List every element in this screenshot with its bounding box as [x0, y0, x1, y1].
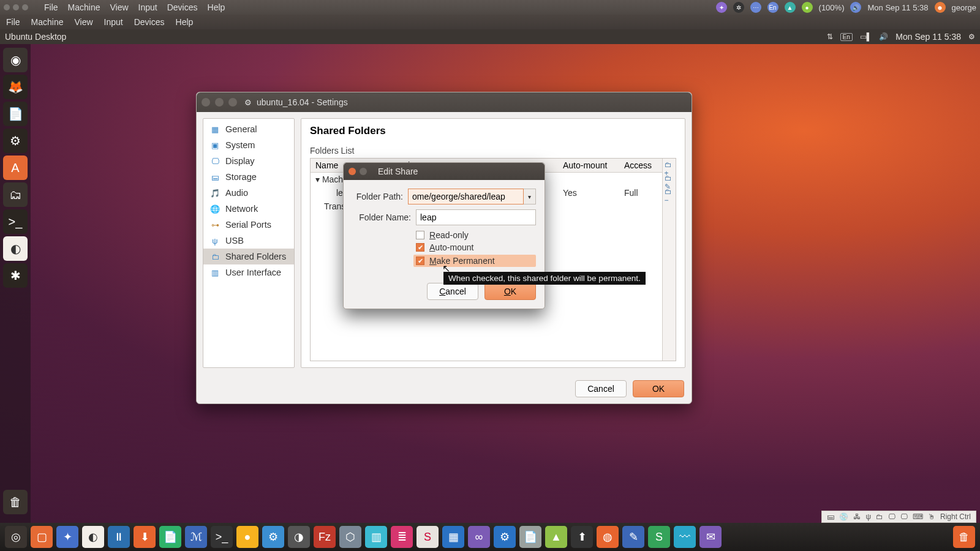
nav-network[interactable]: 🌐Network: [203, 201, 294, 217]
status-icon[interactable]: 🗀: [876, 512, 883, 521]
panel-clock[interactable]: Mon Sep 11 5:38: [895, 32, 961, 42]
minimize-icon[interactable]: [215, 98, 224, 107]
add-folder-icon[interactable]: 🗀+: [665, 160, 674, 170]
launcher-files-icon[interactable]: 🗂: [3, 182, 28, 207]
col-access[interactable]: Access: [619, 159, 662, 172]
settings-cancel-button[interactable]: Cancel: [575, 380, 627, 397]
nav-usb[interactable]: ψUSB: [203, 233, 294, 249]
settings-ok-button[interactable]: OK: [633, 380, 684, 397]
tray-lang-icon[interactable]: En: [767, 2, 778, 13]
dock-app-icon[interactable]: ●: [236, 526, 258, 548]
dock-terminal-icon[interactable]: >_: [211, 526, 233, 548]
make-permanent-checkbox[interactable]: ✔: [416, 257, 424, 265]
network-icon[interactable]: ⇅: [827, 32, 833, 41]
auto-mount-checkbox[interactable]: ✔: [416, 243, 424, 252]
guest-menu-file[interactable]: File: [6, 17, 20, 27]
remove-folder-icon[interactable]: 🗀−: [665, 187, 674, 197]
dock-app-icon[interactable]: ⏸: [108, 526, 130, 548]
nav-storage[interactable]: 🖴Storage: [203, 169, 294, 185]
status-icon[interactable]: 🖱: [928, 512, 935, 521]
tray-icon[interactable]: ✦: [716, 2, 727, 13]
nav-general[interactable]: ▦General: [203, 121, 294, 137]
folder-name-input[interactable]: [416, 209, 536, 225]
dock-app-icon[interactable]: ⚙: [494, 526, 516, 548]
maximize-icon[interactable]: [228, 98, 237, 107]
dock-app-icon[interactable]: ▦: [442, 526, 464, 548]
dialog-ok-button[interactable]: OK: [484, 283, 536, 300]
launcher-firefox-icon[interactable]: 🦊: [3, 75, 28, 99]
status-icon[interactable]: 💿: [839, 512, 848, 521]
host-key-label[interactable]: Right Ctrl: [940, 512, 971, 521]
close-icon[interactable]: [202, 98, 210, 107]
host-menu-view[interactable]: View: [110, 2, 128, 12]
host-menu-file[interactable]: File: [44, 2, 58, 12]
user-avatar-icon[interactable]: ☻: [935, 2, 946, 13]
guest-menu-help[interactable]: Help: [176, 17, 194, 27]
dock-app-icon[interactable]: ⬆: [571, 526, 593, 548]
volume-icon[interactable]: 🔊: [850, 2, 861, 13]
host-menu-help[interactable]: Help: [208, 2, 225, 12]
dock-app-icon[interactable]: ◍: [597, 526, 619, 548]
host-menu-devices[interactable]: Devices: [167, 2, 198, 12]
nav-shared-folders[interactable]: 🗀Shared Folders: [203, 249, 294, 264]
dock-filezilla-icon[interactable]: Fz: [314, 526, 336, 548]
launcher-terminal-icon[interactable]: >_: [3, 209, 28, 234]
launcher-trash-icon[interactable]: 🗑: [3, 490, 28, 514]
launcher-chrome-icon[interactable]: ◐: [3, 236, 28, 261]
settings-titlebar[interactable]: ⚙ ubuntu_16.04 - Settings: [197, 92, 692, 112]
launcher-app-icon[interactable]: ✱: [3, 263, 28, 288]
col-automount[interactable]: Auto-mount: [558, 159, 619, 172]
host-clock[interactable]: Mon Sep 11 5:38: [867, 3, 928, 12]
battery-label[interactable]: (100%): [819, 3, 845, 12]
close-icon[interactable]: [349, 168, 356, 175]
dock-app-icon[interactable]: ✉: [699, 526, 722, 548]
dock-app-icon[interactable]: ℳ: [185, 526, 207, 548]
dock-app-icon[interactable]: ▢: [31, 526, 53, 548]
launcher-settings-icon[interactable]: ⚙: [3, 129, 28, 153]
folder-path-combo[interactable]: ▾: [408, 189, 536, 204]
dock-app-icon[interactable]: ≣: [391, 526, 413, 548]
status-icon[interactable]: 🖴: [827, 512, 834, 521]
dialog-titlebar[interactable]: Edit Share: [344, 163, 545, 180]
make-permanent-check-row[interactable]: ✔ Make Permanent: [413, 255, 536, 267]
dock-app-icon[interactable]: 📄: [159, 526, 181, 548]
dock-chrome-icon[interactable]: ◐: [82, 526, 104, 548]
nav-serial-ports[interactable]: ⊶Serial Ports: [203, 217, 294, 233]
status-icon[interactable]: ⌨: [913, 512, 923, 521]
dock-show-apps-icon[interactable]: ◎: [5, 526, 27, 548]
tray-icon[interactable]: ●: [802, 2, 813, 13]
status-icon[interactable]: 🖵: [900, 512, 908, 521]
host-window-controls[interactable]: [4, 4, 28, 10]
tray-icon[interactable]: ⋯: [750, 2, 761, 13]
host-menu-machine[interactable]: Machine: [68, 2, 100, 12]
guest-menu-input[interactable]: Input: [104, 17, 123, 27]
tray-icon[interactable]: ▲: [785, 2, 796, 13]
dock-app-icon[interactable]: 📄: [519, 526, 541, 548]
status-icon[interactable]: ψ: [865, 512, 871, 521]
dock-app-icon[interactable]: ∞: [468, 526, 490, 548]
dock-app-icon[interactable]: ⚙: [262, 526, 284, 548]
auto-mount-check-row[interactable]: ✔ Auto-mount: [416, 242, 536, 252]
dock-app-icon[interactable]: S: [648, 526, 670, 548]
dock-app-icon[interactable]: 〰: [674, 526, 696, 548]
gear-icon[interactable]: ⚙: [968, 32, 975, 41]
dock-trash-icon[interactable]: 🗑: [953, 526, 975, 548]
tray-icon[interactable]: ✲: [733, 2, 744, 13]
nav-display[interactable]: 🖵Display: [203, 153, 294, 169]
minimize-icon[interactable]: [360, 168, 367, 175]
nav-audio[interactable]: 🎵Audio: [203, 185, 294, 201]
lang-indicator[interactable]: En: [840, 33, 853, 41]
launcher-software-icon[interactable]: A: [3, 156, 28, 180]
guest-menu-view[interactable]: View: [74, 17, 92, 27]
battery-icon[interactable]: ▭▌: [860, 32, 872, 41]
guest-menu-devices[interactable]: Devices: [134, 17, 165, 27]
dock-app-icon[interactable]: S: [417, 526, 439, 548]
nav-system[interactable]: ▣System: [203, 137, 294, 153]
dock-app-icon[interactable]: ⬡: [339, 526, 361, 548]
nav-user-interface[interactable]: ▥User Interface: [203, 264, 294, 280]
dialog-cancel-button[interactable]: Cancel: [427, 283, 478, 300]
folder-path-input[interactable]: [408, 189, 524, 204]
dock-android-icon[interactable]: ▲: [545, 526, 567, 548]
dock-app-icon[interactable]: ▥: [365, 526, 387, 548]
status-icon[interactable]: 🖧: [853, 512, 861, 521]
